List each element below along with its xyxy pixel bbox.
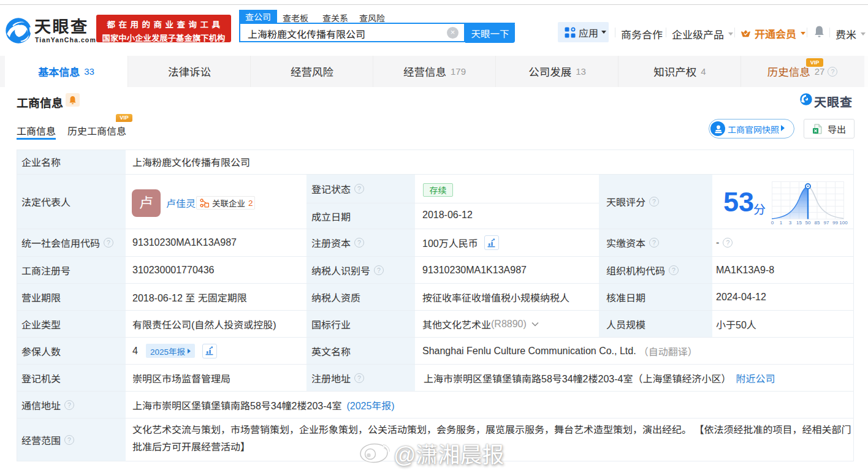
svg-text:100: 100 — [839, 220, 848, 226]
svg-text:99: 99 — [832, 220, 838, 226]
svg-text:1: 1 — [780, 220, 783, 226]
svg-text:50: 50 — [805, 220, 811, 226]
svg-text:3: 3 — [789, 220, 792, 226]
svg-text:15: 15 — [796, 220, 802, 226]
svg-text:0: 0 — [771, 220, 774, 226]
svg-text:97: 97 — [824, 220, 829, 226]
svg-text:85: 85 — [815, 220, 820, 226]
